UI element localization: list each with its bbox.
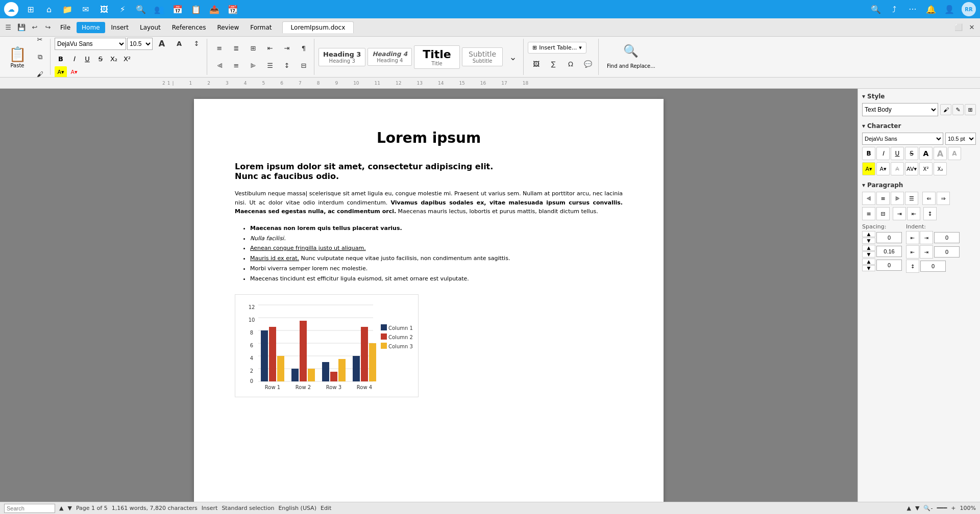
paste-button[interactable]: 📋 Paste [4, 40, 31, 74]
zoom-out-btn[interactable]: 🔍- [923, 505, 933, 511]
underline-button[interactable]: U [81, 53, 93, 65]
indent-1-btn[interactable]: ⇤ [906, 231, 919, 244]
char-bold-btn[interactable]: B [862, 147, 875, 160]
char-italic-btn[interactable]: I [876, 147, 890, 160]
search-down-btn[interactable]: ▼ [67, 505, 71, 511]
search-up-btn[interactable]: ▲ [59, 505, 63, 511]
char-font-select[interactable]: DejaVu Sans [862, 133, 943, 145]
style-section-header[interactable]: ▾ Style [862, 93, 976, 100]
window-close-icon[interactable]: ✕ [966, 21, 978, 34]
document-page[interactable]: Lorem ipsum Lorem ipsum dolor sit amet, … [194, 99, 664, 502]
indent-line-btn[interactable]: ↕ [906, 260, 919, 273]
account-icon[interactable]: 👤 [943, 3, 955, 15]
char-av-btn[interactable]: AV▾ [905, 162, 918, 175]
spacing-after-down[interactable]: ▼ [862, 251, 875, 258]
pilcrow-btn[interactable]: ¶ [296, 40, 312, 57]
style-action-2[interactable]: ✎ [952, 104, 964, 115]
document-area[interactable]: Lorem ipsum Lorem ipsum dolor sit amet, … [0, 89, 857, 502]
menu-review[interactable]: Review [212, 22, 244, 33]
insert-formula-btn[interactable]: ∑ [545, 56, 561, 72]
indent-before-input[interactable]: 0 [934, 232, 960, 243]
format-paint-button[interactable]: 🖌 [32, 66, 48, 78]
bell-icon[interactable]: 🔔 [925, 3, 937, 15]
char-color-btn[interactable]: A▾ [876, 162, 890, 175]
zoom-slider[interactable]: ━━━ [937, 505, 947, 511]
clipboard-icon[interactable]: 📋 [190, 3, 202, 15]
subtitle-style[interactable]: Subtitle Subtitle [462, 47, 503, 66]
menu-file[interactable]: File [55, 22, 76, 33]
char-sup-btn[interactable]: X² [919, 162, 933, 175]
para-indent-less-btn[interactable]: ⇤ [907, 207, 920, 220]
para-list-2-btn[interactable]: ⊟ [876, 207, 890, 220]
superscript-button[interactable]: X² [121, 53, 133, 65]
para-spacing-btn[interactable]: ↕ [279, 58, 295, 74]
spacing-line-up[interactable]: ▲ [862, 259, 875, 265]
indent-increase-btn[interactable]: ⇥ [279, 40, 295, 57]
window-restore-icon[interactable]: ⬜ [952, 21, 965, 34]
menu-references[interactable]: References [167, 22, 211, 33]
para-extra-btn[interactable]: ↕ [923, 207, 937, 220]
char-highlight-btn[interactable]: A▾ [862, 162, 875, 175]
style-action-3[interactable]: ⊞ [965, 104, 976, 115]
spacing-line-down[interactable]: ▼ [862, 265, 875, 271]
menu-layout[interactable]: Layout [135, 22, 166, 33]
para-align-left[interactable]: ⫷ [862, 192, 875, 205]
copy-button[interactable]: ⧉ [32, 49, 48, 65]
undo-btn[interactable]: ↩ [29, 21, 41, 34]
char-font-color-btn[interactable]: A [919, 147, 933, 160]
character-section-header[interactable]: ▾ Character [862, 122, 976, 130]
scroll-up-btn[interactable]: ▲ [907, 505, 911, 511]
paragraph-section-header[interactable]: ▾ Paragraph [862, 182, 976, 189]
para-align-center[interactable]: ≡ [876, 192, 890, 205]
para-rtl-btn[interactable]: ⇐ [922, 192, 936, 205]
align-left-btn[interactable]: ⫷ [211, 58, 228, 74]
indent-decrease-btn[interactable]: ⇤ [262, 40, 278, 57]
font-family-select[interactable]: DejaVu Sans [55, 38, 126, 50]
indent-2-btn[interactable]: ⇥ [920, 231, 933, 244]
char-font-small-btn[interactable]: A [948, 147, 961, 160]
status-search-input[interactable] [4, 504, 55, 513]
menu-insert[interactable]: Insert [106, 22, 134, 33]
align-right-btn[interactable]: ⫸ [245, 58, 261, 74]
spacing-before-up[interactable]: ▲ [862, 231, 875, 237]
cut-button[interactable]: ✂ [32, 37, 48, 48]
mail-icon[interactable]: ✉ [80, 3, 92, 15]
insert-symbol-btn[interactable]: Ω [562, 56, 579, 72]
indent-line-input[interactable]: 0 [920, 261, 946, 272]
language[interactable]: English (USA) [278, 505, 316, 511]
more-icon[interactable]: ··· [906, 3, 919, 15]
search-icon[interactable]: 🔍 [135, 3, 147, 15]
find-replace-button[interactable]: Find and Replace... [603, 61, 659, 71]
search-large-icon[interactable]: 🔍 [623, 43, 639, 59]
menu-home[interactable]: Home [77, 22, 105, 33]
para-ltr-btn[interactable]: ⇒ [937, 192, 950, 205]
char-strikethrough-btn[interactable]: S [905, 147, 918, 160]
scroll-down-btn[interactable]: ▼ [915, 505, 919, 511]
para-indent-more-btn[interactable]: ⇥ [893, 207, 906, 220]
spacing-after-input[interactable]: 0.16 [876, 246, 902, 257]
zoom-in-btn[interactable]: + [951, 505, 955, 511]
indent-3-btn[interactable]: ⇤ [906, 245, 919, 259]
heading4-style[interactable]: Heading 4 Heading 4 [368, 48, 412, 66]
char-underline-btn[interactable]: U [891, 147, 904, 160]
align-justify-btn[interactable]: ☰ [262, 58, 278, 74]
highlight-button[interactable]: A▾ [55, 66, 67, 78]
align-center-btn[interactable]: ≡ [228, 58, 244, 74]
folder-icon[interactable]: 📁 [61, 3, 74, 15]
save-icon[interactable]: 💾 [15, 21, 28, 34]
heading3-style[interactable]: Heading 3 Heading 3 [318, 48, 365, 66]
share-icon[interactable]: ⤴ [888, 3, 900, 15]
image-icon[interactable]: 🖼 [98, 3, 110, 15]
spacing-after-up[interactable]: ▲ [862, 245, 875, 251]
schedule-icon[interactable]: 📆 [227, 3, 239, 15]
italic-button[interactable]: I [68, 53, 80, 65]
people-icon[interactable]: 👥 [153, 3, 165, 15]
styles-scroll-down[interactable]: ⌄ [505, 49, 521, 65]
doc-tab[interactable]: LoremIpsum.docx [282, 21, 354, 33]
strikethrough-button[interactable]: S [94, 53, 107, 65]
user-avatar[interactable]: RR [962, 2, 976, 16]
bold-button[interactable]: B [55, 53, 67, 65]
font-decrease-btn[interactable]: A [171, 37, 187, 52]
title-style[interactable]: Title Title [414, 45, 460, 69]
style-action-1[interactable]: 🖌 [940, 104, 951, 115]
